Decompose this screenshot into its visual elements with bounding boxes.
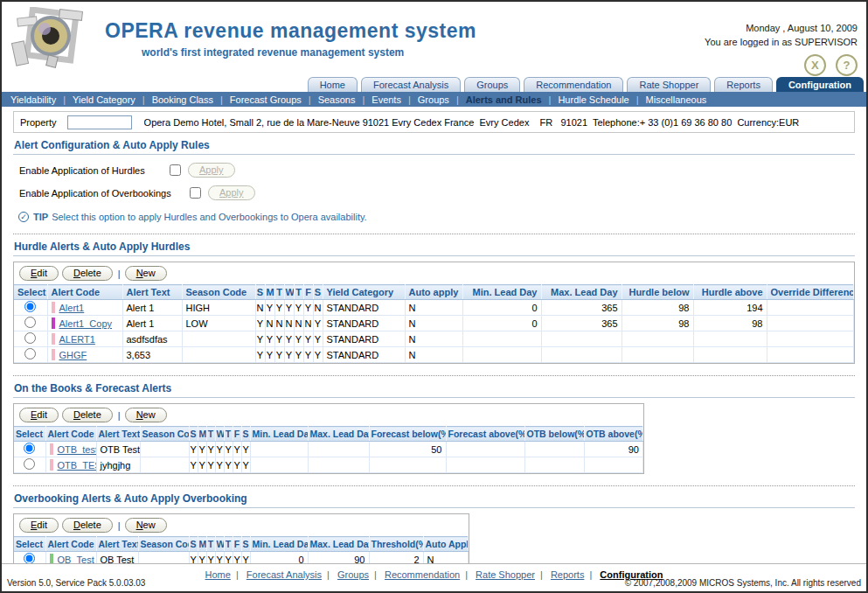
property-input[interactable] <box>67 115 132 129</box>
alert-color-bar <box>50 459 53 471</box>
col-min-lead-day: Min. Lead Day <box>250 427 308 442</box>
edit-button[interactable]: Edit <box>19 518 59 533</box>
col-season-code: Season Code <box>182 285 255 300</box>
col-alert-code: Alert Code <box>45 537 96 552</box>
otb-alerts-grid: Edit Delete | New Select Alert Code Aler… <box>13 403 644 474</box>
delete-button[interactable]: Delete <box>62 518 113 533</box>
otb-toolbar: Edit Delete | New <box>14 404 643 426</box>
edit-button[interactable]: Edit <box>19 408 59 422</box>
col-alert-text: Alert Text <box>96 537 138 552</box>
alert-code-link[interactable]: Alert1_Copy <box>59 318 113 329</box>
subnav-yieldability[interactable]: Yieldability <box>10 94 56 105</box>
col-day-sat: S <box>241 427 250 442</box>
col-forecast-below: Forecast below(%) <box>369 427 446 442</box>
footer-separator: | <box>465 569 468 580</box>
tab-reports[interactable]: Reports <box>714 77 773 92</box>
tab-forecast-analysis[interactable]: Forecast Analysis <box>361 77 461 92</box>
tab-groups[interactable]: Groups <box>464 77 520 92</box>
footer-separator: | <box>540 569 543 580</box>
table-row: OTB_TEST jyhgjhg Y Y Y Y Y Y Y <box>14 457 643 473</box>
col-override-difference: Override Difference <box>767 285 854 300</box>
col-otb-below: OTB below(%) <box>524 427 584 442</box>
alert-color-bar <box>52 333 55 345</box>
footer-link-forecast-analysis[interactable]: Forecast Analysis <box>247 569 322 580</box>
subnav-seasons[interactable]: Seasons <box>318 94 356 105</box>
col-max-lead-day: Max. Lead Day <box>541 285 621 300</box>
subnav-hurdle-schedule[interactable]: Hurdle Schedule <box>558 94 628 105</box>
footer-link-rate-shopper[interactable]: Rate Shopper <box>476 569 535 580</box>
alert-code-link[interactable]: OTB_test <box>58 444 97 455</box>
col-day-sat: S <box>313 285 323 300</box>
subnav-groups[interactable]: Groups <box>418 94 449 105</box>
tip-row: ✓ TIP Select this option to apply Hurdle… <box>18 212 855 222</box>
version-text: Version 5.0, Service Pack 5.0.03.03 <box>7 578 145 588</box>
col-min-lead-day: Min. Lead Day <box>250 537 308 552</box>
footer-link-reports[interactable]: Reports <box>551 569 585 580</box>
tab-rate-shopper[interactable]: Rate Shopper <box>627 77 711 92</box>
row-select-radio[interactable] <box>24 301 36 312</box>
subnav-booking-class[interactable]: Booking Class <box>152 94 213 105</box>
tab-recommendation[interactable]: Recommendation <box>524 77 623 92</box>
subnav-alerts-and-rules[interactable]: Alerts and Rules <box>466 94 542 105</box>
alert-code-link[interactable]: Alert1 <box>59 303 85 313</box>
col-day-wed: W <box>215 537 224 552</box>
row-select-radio[interactable] <box>24 458 35 470</box>
footer-separator: | <box>589 569 592 580</box>
otb-alerts-heading: On the Books & Forecast Alerts <box>13 376 855 398</box>
alert-code-link[interactable]: OTB_TEST <box>58 460 97 471</box>
property-label: Property <box>20 117 57 128</box>
edit-button[interactable]: Edit <box>19 266 59 281</box>
alert-color-bar <box>52 302 55 313</box>
col-day-sun: S <box>189 537 198 552</box>
toolbar-separator: | <box>118 410 121 421</box>
col-otb-above: OTB above(%) <box>584 427 643 442</box>
subnav-events[interactable]: Events <box>372 94 401 105</box>
footer-link-groups[interactable]: Groups <box>337 569 369 580</box>
subnav-separator: | <box>456 94 459 105</box>
subnav-forecast-groups[interactable]: Forecast Groups <box>230 94 302 105</box>
subnav-separator: | <box>142 94 145 105</box>
footer-link-home[interactable]: Home <box>205 569 231 580</box>
footer: Home| Forecast Analysis| Groups| Recomme… <box>2 563 866 591</box>
copyright-text: © 2007,2008,2009 MICROS Systems, Inc. Al… <box>625 578 861 588</box>
enable-hurdles-row: Enable Application of Hurdles Apply <box>19 163 855 178</box>
delete-button[interactable]: Delete <box>62 408 113 422</box>
new-button[interactable]: New <box>125 266 167 281</box>
enable-hurdles-checkbox[interactable] <box>170 164 181 176</box>
alert-config-heading: Alert Configuration & Auto Apply Rules <box>13 133 855 155</box>
row-select-radio[interactable] <box>24 332 36 344</box>
opera-logo <box>9 7 93 70</box>
tab-home[interactable]: Home <box>308 77 358 92</box>
apply-overbookings-button[interactable]: Apply <box>208 185 255 200</box>
new-button[interactable]: New <box>125 408 167 422</box>
row-select-radio[interactable] <box>24 443 35 454</box>
col-season-code: Season Code <box>140 427 189 442</box>
alert-color-bar <box>52 317 55 329</box>
app-subtitle: world's first integrated revenue managem… <box>105 46 476 59</box>
hurdle-alerts-heading: Hurdle Alerts & Auto Apply Hurdles <box>13 234 855 256</box>
enable-overbookings-checkbox[interactable] <box>190 187 201 199</box>
delete-button[interactable]: Delete <box>62 266 113 281</box>
new-button[interactable]: New <box>125 518 167 533</box>
alert-code-link[interactable]: ALERT1 <box>59 334 95 345</box>
current-date: Monday , August 10, 2009 <box>705 21 858 35</box>
row-select-radio[interactable] <box>24 317 36 328</box>
col-auto-apply: Auto apply <box>405 285 462 300</box>
table-row: GHGF 3,653 Y Y Y Y Y Y Y STANDARD N <box>14 347 854 363</box>
enable-overbookings-row: Enable Application of Overbookings Apply <box>19 185 855 200</box>
help-icon[interactable]: ? <box>836 54 858 76</box>
col-select: Select <box>14 427 45 442</box>
apply-hurdles-button[interactable]: Apply <box>188 163 235 178</box>
subnav-miscellaneous[interactable]: Miscellaneous <box>646 94 707 105</box>
col-day-tue: T <box>206 427 215 442</box>
subnav-yield-category[interactable]: Yield Category <box>73 94 135 105</box>
close-icon[interactable]: X <box>804 54 826 76</box>
table-row: ALERT1 asdfsdfas Y Y Y Y Y Y Y STANDARD … <box>14 331 854 347</box>
overbooking-alerts-heading: Overbooking Alerts & Auto Apply Overbook… <box>13 486 855 508</box>
tab-configuration[interactable]: Configuration <box>776 77 864 92</box>
hurdle-alerts-grid: Edit Delete | New Select Alert Code Aler… <box>13 262 855 364</box>
footer-link-recommendation[interactable]: Recommendation <box>385 569 460 580</box>
alert-code-link[interactable]: GHGF <box>59 350 87 360</box>
subnav-separator: | <box>408 94 411 105</box>
row-select-radio[interactable] <box>24 348 36 359</box>
